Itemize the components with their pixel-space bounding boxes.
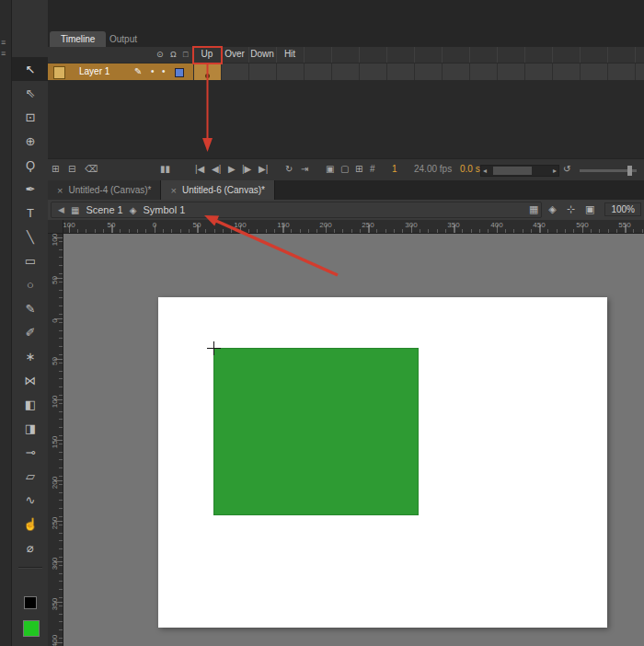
tool-deco-button[interactable]: ∗ [12, 344, 49, 368]
step-back-icon[interactable]: ◀| [212, 164, 221, 174]
stroke-color-swatch[interactable] [24, 596, 37, 609]
timeline-scrollbar[interactable]: ◂ ▸ [480, 165, 559, 177]
close-icon[interactable]: × [57, 185, 63, 196]
panel-menu-icon[interactable]: ≡ [1, 50, 6, 58]
frame-label-up[interactable]: Up [193, 49, 221, 59]
tab-output[interactable]: Output [98, 31, 148, 47]
layers-pane: ⊙ Ω □ Layer 1 ✎ • • [48, 47, 194, 158]
frame-label-over[interactable]: Over [221, 49, 248, 59]
v-ruler-label: 250 [51, 514, 59, 533]
text-tool-icon: T [27, 206, 34, 220]
lock-column-icon[interactable]: Ω [170, 50, 177, 59]
onion-outline-icon[interactable]: ▢ [340, 164, 349, 174]
layer-row[interactable]: Layer 1 ✎ • • [48, 63, 193, 81]
center-frame-icon[interactable]: ⊹ [567, 203, 575, 215]
tool-zoom-button[interactable]: ⌀ [12, 536, 49, 559]
edit-bar: ◀ ▦ Scene 1 ◈ Symbol 1 ▦ ◈ ⊹ ▣ 100% [48, 200, 644, 221]
scene-icon: ▦ [71, 205, 79, 215]
h-ruler-label: 350 [447, 221, 459, 229]
tool-paint-bucket-button[interactable]: ◧ [12, 392, 49, 416]
tool-oval-button[interactable]: ○ [12, 272, 49, 296]
drawn-green-rectangle[interactable] [213, 348, 419, 515]
visibility-column-icon[interactable]: ⊙ [156, 50, 164, 59]
timeline-controls-bar: ⊞ ⊟ ⌫ ▮▮ |◀ ◀| ▶ |▶ ▶| ↻ ⇥ ▣ ▢ ⊞ # 1 24.… [48, 158, 644, 181]
tool-free-transform-button[interactable]: ⊡ [12, 105, 49, 129]
scrollbar-thumb[interactable] [493, 167, 532, 175]
modify-markers-icon[interactable]: # [370, 164, 375, 174]
v-ruler-label: 100 [51, 233, 59, 249]
v-ruler-label: 300 [51, 555, 59, 573]
tool-subselection-button[interactable]: ⇖ [12, 81, 49, 105]
frame-label-hit[interactable]: Hit [276, 49, 304, 59]
stage[interactable] [158, 297, 607, 628]
doc-tab-untitled-4[interactable]: × Untitled-4 (Canvas)* [48, 180, 161, 200]
zoom-slider-knob[interactable] [627, 166, 632, 176]
layer-frames-row[interactable] [193, 63, 644, 81]
tool-width-button[interactable]: ∿ [12, 488, 49, 512]
left-edge-strip: ≡ ≡ [0, 0, 12, 646]
symbol-breadcrumb[interactable]: Symbol 1 [143, 204, 185, 215]
tool-brush-button[interactable]: ✐ [12, 320, 49, 344]
panel-collapse-icon[interactable]: ≡ [1, 39, 6, 47]
clip-content-icon[interactable]: ▣ [585, 203, 594, 215]
edit-multiple-frames-icon[interactable]: ⊞ [355, 164, 362, 174]
layer-outline-color-swatch[interactable] [175, 68, 184, 77]
edit-symbols-icon[interactable]: ◈ [548, 203, 556, 215]
step-forward-icon[interactable]: |▶ [242, 164, 251, 174]
tool-lasso-button[interactable]: Ϙ [12, 153, 49, 177]
layer-lock-dot[interactable]: • [162, 66, 166, 76]
tool-eraser-button[interactable]: ▱ [12, 464, 49, 488]
delete-layer-icon[interactable]: ⌫ [85, 164, 98, 174]
tool-ink-bottle-button[interactable]: ◨ [12, 416, 49, 440]
tool-selection-button[interactable]: ↖ [12, 57, 49, 81]
tool-hand-button[interactable]: ☝ [12, 512, 49, 536]
frame-label-down[interactable]: Down [248, 49, 276, 59]
new-layer-icon[interactable]: ⊞ [52, 164, 59, 174]
zoom-level-dropdown[interactable]: 100% [604, 202, 641, 216]
layer-editing-pencil-icon: ✎ [134, 66, 142, 76]
h-ruler-label: 400 [490, 221, 502, 229]
pause-icon[interactable]: ▮▮ [160, 164, 170, 174]
scroll-left-icon[interactable]: ◂ [483, 166, 487, 176]
toolbar-divider [18, 567, 42, 569]
outline-column-icon[interactable]: □ [183, 50, 188, 59]
v-ruler-label: 400 [51, 632, 59, 646]
crosshair-cursor-icon [213, 341, 214, 355]
panel-tab-bar: Timeline Output [48, 0, 644, 47]
keyframe-cell[interactable] [194, 63, 221, 80]
scroll-right-icon[interactable]: ▸ [553, 166, 557, 176]
h-ruler-label: 0 [153, 221, 156, 229]
play-icon[interactable]: ▶ [228, 164, 236, 174]
h-ruler-label: 100 [234, 221, 246, 229]
goto-last-frame-icon[interactable]: ▶| [259, 164, 268, 174]
doc-tab-untitled-6[interactable]: × Untitled-6 (Canvas)* [161, 180, 274, 200]
tool-pen-button[interactable]: ✒ [12, 177, 49, 201]
h-ruler-label: 550 [618, 221, 630, 229]
tool-eyedropper-button[interactable]: ⊸ [12, 440, 49, 464]
edit-scene-icon[interactable]: ▦ [529, 203, 538, 215]
layer-name[interactable]: Layer 1 [79, 66, 109, 76]
onion-skin-icon[interactable]: ▣ [326, 164, 334, 174]
goto-first-frame-icon[interactable]: |◀ [195, 164, 204, 174]
doc-tab-label: Untitled-4 (Canvas)* [68, 185, 151, 195]
tool-pencil-button[interactable]: ✎ [12, 296, 49, 320]
close-icon[interactable]: × [170, 185, 176, 196]
h-ruler-label: 300 [405, 221, 417, 229]
tool-line-button[interactable]: ╲ [12, 225, 49, 248]
back-button[interactable]: ◀ [58, 205, 64, 214]
loop-range-icon[interactable]: ⇥ [301, 164, 308, 174]
tool-3d-rotation-button[interactable]: ⊕ [12, 129, 49, 153]
scene-breadcrumb[interactable]: Scene 1 [86, 204, 122, 215]
reset-timeline-zoom-icon[interactable]: ↺ [563, 164, 570, 174]
tool-bone-button[interactable]: ⋈ [12, 368, 49, 392]
tool-rectangle-button[interactable]: ▭ [12, 248, 49, 272]
fill-color-swatch[interactable] [23, 620, 40, 637]
width-tool-icon: ∿ [26, 493, 36, 507]
frame-rate-value[interactable]: 24.00 fps [414, 164, 452, 174]
timeline-zoom-slider[interactable] [580, 169, 637, 172]
layer-visibility-dot[interactable]: • [151, 66, 155, 76]
tool-text-button[interactable]: T [12, 201, 49, 225]
pasteboard[interactable] [63, 233, 644, 646]
loop-icon[interactable]: ↻ [285, 164, 293, 174]
new-folder-icon[interactable]: ⊟ [68, 164, 75, 174]
